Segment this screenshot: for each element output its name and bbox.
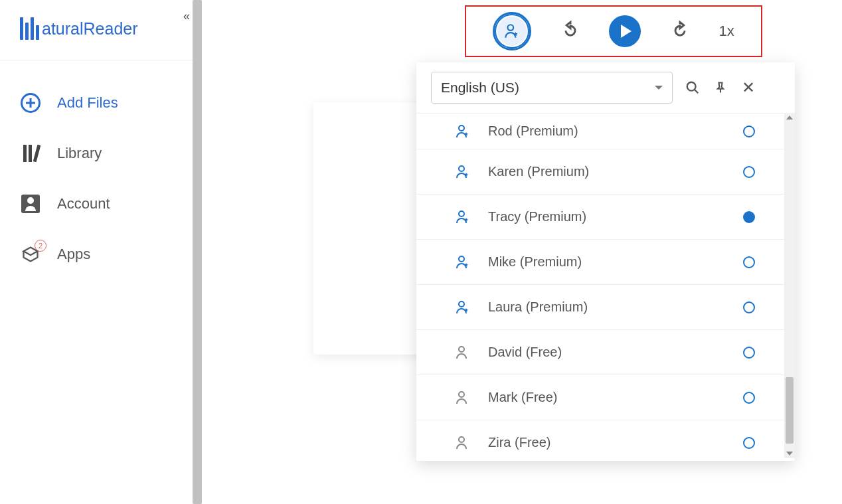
language-select[interactable]: English (US)	[431, 72, 673, 104]
person-star-icon	[455, 164, 471, 180]
voice-panel: English (US) ✕ Rod (Premium)Karen (Premi…	[416, 62, 795, 461]
scroll-up-arrow-icon[interactable]	[786, 116, 793, 120]
voice-radio[interactable]	[743, 437, 755, 449]
person-icon	[455, 345, 471, 361]
voice-name: David (Free)	[488, 345, 743, 360]
sidebar-item-add-files[interactable]: Add Files	[0, 78, 197, 128]
sidebar-item-library[interactable]: Library	[0, 128, 197, 179]
rewind-button[interactable]	[561, 21, 580, 42]
svg-point-4	[459, 126, 464, 131]
player-toolbar: 1x	[465, 5, 762, 57]
apps-badge: 2	[35, 240, 46, 252]
account-icon	[20, 193, 41, 214]
svg-point-7	[459, 256, 464, 262]
logo-icon	[20, 17, 39, 40]
close-icon: ✕	[742, 78, 755, 97]
person-icon	[455, 390, 471, 406]
svg-point-0	[508, 25, 514, 31]
person-star-icon	[455, 209, 471, 225]
plus-circle-icon	[20, 92, 41, 114]
voice-select-button[interactable]	[493, 12, 531, 50]
svg-point-8	[459, 301, 464, 307]
sidebar: « aturalReader Add Files Library Account	[0, 0, 197, 504]
svg-point-9	[459, 347, 464, 352]
svg-point-6	[459, 211, 464, 216]
search-button[interactable]	[685, 80, 701, 96]
sidebar-item-apps[interactable]: 2 Apps	[0, 229, 197, 280]
svg-line-2	[695, 90, 699, 94]
library-icon	[20, 143, 41, 164]
sidebar-item-account[interactable]: Account	[0, 179, 197, 229]
voice-panel-header: English (US) ✕	[416, 62, 795, 113]
voice-radio[interactable]	[743, 301, 755, 313]
person-star-icon	[503, 23, 521, 40]
voice-name: Laura (Premium)	[488, 299, 743, 315]
scrollbar-thumb[interactable]	[786, 377, 794, 444]
sidebar-item-label: Apps	[57, 246, 90, 263]
chevron-down-icon	[655, 86, 663, 90]
voice-name: Karen (Premium)	[488, 164, 743, 179]
pin-icon	[714, 81, 727, 94]
person-star-icon	[455, 254, 471, 270]
voice-radio[interactable]	[743, 166, 755, 178]
svg-point-5	[459, 166, 464, 171]
voice-item[interactable]: Karen (Premium)	[416, 149, 795, 194]
voice-name: Mike (Premium)	[488, 254, 743, 270]
voice-radio[interactable]	[743, 256, 755, 268]
voice-name: Tracy (Premium)	[488, 209, 743, 224]
logo[interactable]: aturalReader	[0, 0, 197, 60]
voice-list: Rod (Premium)Karen (Premium)Tracy (Premi…	[416, 113, 795, 458]
voice-radio[interactable]	[743, 347, 755, 359]
voice-item[interactable]: Mark (Free)	[416, 375, 795, 420]
person-star-icon	[455, 124, 471, 139]
voice-item[interactable]: Laura (Premium)	[416, 284, 795, 329]
svg-point-11	[459, 437, 464, 442]
forward-icon	[671, 21, 689, 39]
voice-name: Rod (Premium)	[488, 124, 743, 139]
pin-button[interactable]	[713, 80, 728, 96]
svg-point-10	[459, 392, 464, 397]
voice-item[interactable]: Mike (Premium)	[416, 239, 795, 284]
collapse-sidebar-button[interactable]: «	[183, 9, 190, 23]
sidebar-scrollbar[interactable]	[193, 0, 202, 504]
play-button[interactable]	[609, 15, 641, 47]
search-icon	[685, 80, 700, 95]
logo-text: aturalReader	[42, 19, 138, 39]
language-select-value: English (US)	[441, 80, 519, 96]
scroll-down-arrow-icon[interactable]	[786, 452, 793, 456]
rewind-icon	[561, 21, 580, 39]
voice-radio[interactable]	[743, 126, 755, 137]
voice-item[interactable]: Tracy (Premium)	[416, 194, 795, 239]
voice-item[interactable]: David (Free)	[416, 329, 795, 375]
person-icon	[455, 435, 471, 451]
voice-radio[interactable]	[743, 211, 755, 223]
apps-icon: 2	[20, 244, 41, 265]
voice-name: Mark (Free)	[488, 390, 743, 405]
sidebar-nav: Add Files Library Account 2 Apps	[0, 60, 197, 280]
forward-button[interactable]	[671, 21, 689, 42]
voice-item[interactable]: Zira (Free)	[416, 420, 795, 458]
voice-list-scrollbar[interactable]	[784, 113, 795, 458]
voice-radio[interactable]	[743, 392, 755, 404]
svg-point-1	[687, 82, 696, 91]
play-icon	[621, 25, 632, 38]
sidebar-item-label: Add Files	[57, 94, 118, 112]
person-star-icon	[455, 299, 471, 315]
voice-item[interactable]: Rod (Premium)	[416, 113, 795, 149]
voice-name: Zira (Free)	[488, 435, 743, 450]
close-button[interactable]: ✕	[740, 80, 756, 96]
speed-button[interactable]: 1x	[718, 23, 734, 40]
sidebar-item-label: Library	[57, 145, 102, 162]
sidebar-item-label: Account	[57, 195, 110, 212]
